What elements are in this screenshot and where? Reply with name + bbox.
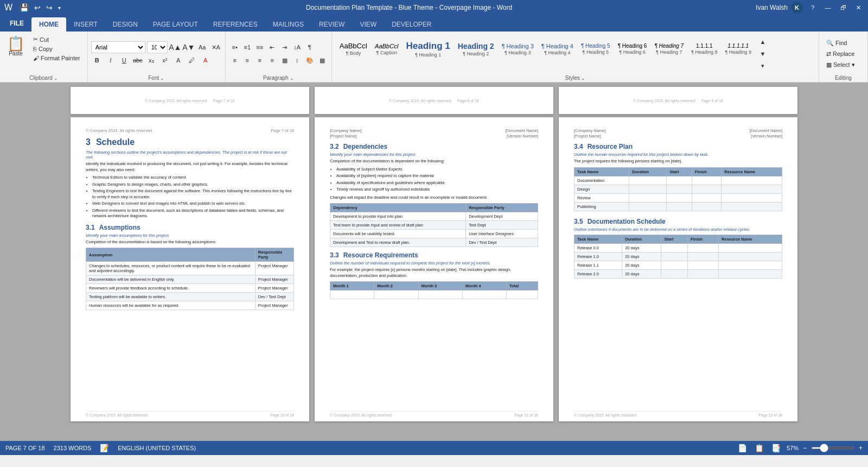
change-case-button[interactable]: Aa	[196, 41, 208, 53]
page-7: © Company 2015. All rights reserved. Pag…	[71, 117, 309, 421]
table-row: Human resources will be available for as…	[86, 301, 294, 310]
language-indicator[interactable]: ENGLISH (UNITED STATES)	[118, 445, 196, 451]
style-heading3[interactable]: ¶ Heading 3 ¶ Heading 3	[499, 35, 537, 62]
style-body[interactable]: AaBbCcI ¶ Body	[336, 35, 371, 62]
clipboard-dialog-icon[interactable]: ⌄	[54, 75, 58, 81]
save-icon[interactable]: 💾	[18, 3, 30, 12]
clear-format-button[interactable]: ✕A	[210, 41, 222, 53]
underline-button[interactable]: U	[118, 54, 130, 66]
justify-button[interactable]: ≡	[266, 54, 278, 66]
redo-icon[interactable]: ↪	[44, 3, 54, 12]
paste-label: Paste	[9, 51, 23, 56]
tab-references[interactable]: REFERENCES	[206, 17, 265, 31]
table-row: Release 1.0 20 days	[575, 252, 782, 261]
tab-file[interactable]: FILE	[2, 15, 31, 31]
help-button[interactable]: ?	[807, 2, 818, 13]
view-full-button[interactable]: 📋	[753, 443, 765, 453]
section-31-title: 3.1 Assumptions	[86, 224, 294, 231]
close-button[interactable]: ✕	[853, 2, 864, 13]
col-taskname2: Task Name	[575, 235, 622, 243]
zoom-out-icon[interactable]: −	[803, 444, 807, 452]
decrease-indent-button[interactable]: ⇤	[266, 41, 278, 53]
increase-indent-button[interactable]: ⇥	[279, 41, 291, 53]
section-31-intro: Identify your main assumptions for this …	[86, 233, 294, 238]
style-heading4[interactable]: ¶ Heading 4 ¶ Heading 4	[538, 35, 577, 62]
table-row: Testing platform will be available to wr…	[86, 293, 294, 301]
bullets-button[interactable]: ≡•	[229, 41, 241, 53]
style-heading7[interactable]: ¶ Heading 7 ¶ Heading 7	[651, 35, 687, 62]
italic-button[interactable]: I	[105, 54, 117, 66]
find-button[interactable]: 🔍 Find	[822, 39, 851, 48]
style-caption[interactable]: AaBbCcI ¶ Caption	[372, 35, 401, 62]
replace-button[interactable]: ⇄ Replace	[822, 49, 858, 59]
styles-dialog-icon[interactable]: ⌄	[581, 75, 585, 81]
style-heading6[interactable]: ¶ Heading 6 ¶ Heading 6	[615, 35, 650, 62]
align-right-button[interactable]: ≡	[254, 54, 266, 66]
tab-mailings[interactable]: MAILINGS	[265, 17, 311, 31]
align-left-button[interactable]: ≡	[229, 54, 241, 66]
line-spacing-button[interactable]: ↕	[291, 54, 303, 66]
show-marks-button[interactable]: ¶	[304, 41, 316, 53]
select-label: Select ▾	[833, 61, 855, 68]
numbering-button[interactable]: ≡1	[241, 41, 253, 53]
format-painter-button[interactable]: 🖌 Format Painter	[29, 54, 84, 62]
superscript-button[interactable]: x²	[159, 54, 171, 66]
ribbon: 📋 Paste ✂ Cut ⎘ Copy 🖌 Format Painter C	[0, 31, 868, 83]
tab-design[interactable]: DESIGN	[105, 17, 145, 31]
col-taskname: Task Name	[575, 167, 629, 176]
restore-button[interactable]: 🗗	[838, 2, 848, 13]
view-web-button[interactable]: 📑	[770, 443, 782, 453]
tab-view[interactable]: VIEW	[352, 17, 384, 31]
font-dialog-icon[interactable]: ⌄	[160, 75, 164, 81]
font-name-select[interactable]: Arial	[91, 41, 145, 53]
strikethrough-button[interactable]: abc	[132, 54, 144, 66]
font-size-select[interactable]: 10	[147, 41, 168, 53]
styles-label: Styles	[565, 75, 580, 81]
text-effects-button[interactable]: A	[173, 54, 184, 66]
sort-button[interactable]: ↕A	[291, 41, 303, 53]
section-32-title: 3.2 Dependencies	[330, 143, 538, 150]
minimize-button[interactable]: —	[822, 2, 833, 13]
spell-check-icon[interactable]: 📝	[100, 444, 109, 452]
user-avatar: K	[791, 2, 803, 14]
subscript-button[interactable]: x₂	[145, 54, 157, 66]
style-heading5[interactable]: ¶ Heading 5 ¶ Heading 5	[578, 35, 614, 62]
tab-insert[interactable]: INSERT	[66, 17, 105, 31]
section-3-bullets: Technical Editors to validate the accura…	[92, 175, 294, 219]
section-31-body: Completion of the documentation is based…	[86, 239, 294, 245]
style-heading2[interactable]: Heading 2 ¶ Heading 2	[455, 35, 497, 62]
column-button[interactable]: ▦	[279, 54, 291, 66]
style-heading1[interactable]: Heading 1 ¶ Heading 1	[403, 35, 453, 62]
zoom-slider[interactable]	[811, 447, 854, 449]
styles-scroll-down[interactable]: ▼	[757, 48, 769, 60]
col-total: Total	[507, 282, 538, 291]
table-row: Test team to provide input and review of…	[330, 221, 538, 230]
styles-more[interactable]: ▾	[757, 60, 769, 72]
paragraph-dialog-icon[interactable]: ⌄	[290, 75, 294, 81]
undo-icon[interactable]: ↩	[33, 3, 42, 12]
paste-button[interactable]: 📋 Paste	[3, 35, 28, 58]
multilevel-button[interactable]: ≡≡	[254, 41, 266, 53]
borders-button[interactable]: ▦	[316, 54, 328, 66]
tab-review[interactable]: REVIEW	[311, 17, 352, 31]
font-color-button[interactable]: A	[200, 54, 212, 66]
paragraph-group: ≡• ≡1 ≡≡ ⇤ ⇥ ↕A ¶ ≡ ≡ ≡ ≡ ▦ ↕ 🎨 ▦	[226, 31, 332, 82]
customize-icon[interactable]: ▾	[56, 4, 62, 11]
tab-developer[interactable]: DEVELOPER	[384, 17, 439, 31]
increase-font-button[interactable]: A▲	[169, 41, 181, 53]
zoom-in-icon[interactable]: +	[859, 444, 863, 452]
align-center-button[interactable]: ≡	[241, 54, 253, 66]
copy-button[interactable]: ⎘ Copy	[29, 45, 84, 53]
decrease-font-button[interactable]: A▼	[183, 41, 195, 53]
text-highlight-button[interactable]: 🖊	[186, 54, 198, 66]
shading-button[interactable]: 🎨	[304, 54, 316, 66]
select-button[interactable]: ▦ Select ▾	[822, 60, 859, 70]
view-print-button[interactable]: 📄	[736, 443, 749, 453]
style-heading9[interactable]: 1.1.1.1.1 ¶ Heading 9	[722, 35, 755, 62]
tab-home[interactable]: HOME	[31, 17, 66, 31]
bold-button[interactable]: B	[91, 54, 103, 66]
style-heading8[interactable]: 1.1.1.1 ¶ Heading 8	[688, 35, 720, 62]
styles-scroll-up[interactable]: ▲	[757, 36, 769, 48]
cut-button[interactable]: ✂ Cut	[29, 35, 84, 44]
tab-page-layout[interactable]: PAGE LAYOUT	[145, 17, 206, 31]
